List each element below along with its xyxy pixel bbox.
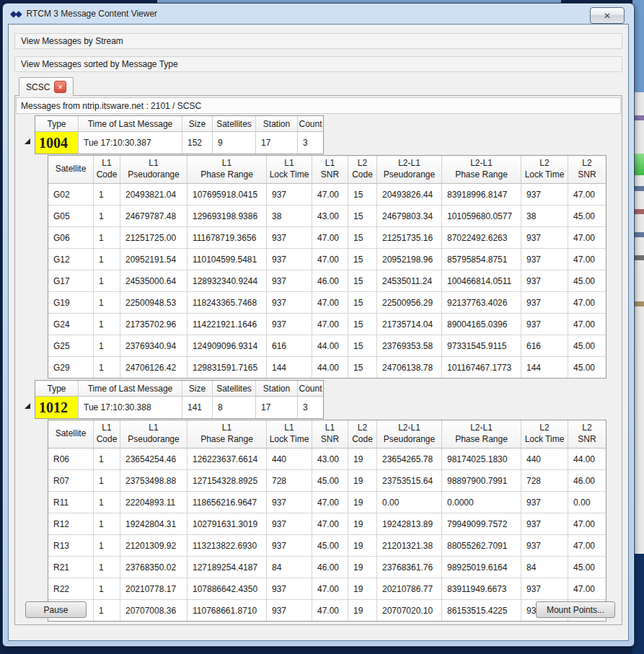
detail-column-header[interactable]: L2-L1 Pseudorange (377, 156, 442, 184)
summary-column-header[interactable]: Satellites (213, 116, 256, 132)
satellite-id-cell: R07 (48, 470, 94, 492)
view-by-stream-bar[interactable]: View Messages by Stream (14, 33, 622, 49)
value-cell: 1 (94, 314, 120, 335)
detail-column-header[interactable]: L1 Phase Range (188, 420, 267, 448)
summary-column-header[interactable]: Time of Last Message (79, 381, 182, 397)
pause-button[interactable]: Pause (25, 601, 87, 618)
detail-column-header[interactable]: L1 Code (94, 420, 120, 448)
value-cell: 44.00 (312, 357, 348, 378)
value-cell: 21735714.04 (377, 314, 442, 335)
satellite-id-cell: G24 (48, 314, 94, 335)
value-cell: 15 (348, 270, 377, 292)
summary-column-header[interactable]: Count (298, 381, 323, 397)
satellite-row[interactable]: G06121251725.00111678719.365693747.00152… (48, 227, 606, 249)
summary-column-header[interactable]: Time of Last Message (79, 116, 182, 132)
detail-column-header[interactable]: L1 Lock Time (267, 420, 312, 448)
summary-column-header[interactable]: Size (182, 116, 213, 132)
satellite-table: SatelliteL1 CodeL1 PseudorangeL1 Phase R… (48, 420, 606, 622)
satellite-row[interactable]: G19122500948.53118243365.746893747.00152… (48, 292, 606, 314)
detail-column-header[interactable]: L2-L1 Phase Range (442, 156, 521, 184)
rtcm-viewer-window: ◆◆ RTCM 3 Message Content Viewer ✕ View … (2, 3, 635, 647)
tab-close-icon[interactable]: ✕ (54, 81, 66, 93)
detail-column-header[interactable]: L1 Code (94, 156, 120, 184)
tab-scsc[interactable]: SCSC ✕ (19, 77, 74, 96)
detail-column-header[interactable]: L1 SNR (312, 156, 348, 184)
value-cell: 144 (267, 357, 312, 378)
value-cell: 15 (348, 184, 377, 206)
value-cell: 937 (521, 270, 568, 292)
satellite-row[interactable]: R12119242804.31102791631.301993747.00191… (48, 513, 606, 535)
satellite-row[interactable]: R06123654254.46126223637.661444043.00192… (48, 448, 606, 470)
value-cell: 937 (521, 227, 568, 249)
summary-column-header[interactable]: Count (298, 116, 323, 132)
satellite-row[interactable]: G05124679787.48129693198.93863843.001524… (48, 206, 606, 227)
detail-column-header[interactable]: L2-L1 Phase Range (442, 420, 521, 448)
detail-column-header[interactable]: L2 SNR (568, 420, 606, 448)
value-cell: 15 (348, 292, 377, 314)
value-cell: 22500948.53 (120, 292, 188, 314)
value-cell: 118243365.7468 (188, 292, 267, 314)
satellite-row[interactable]: R22120210778.17107886642.435093747.00192… (48, 578, 606, 600)
value-cell: 45.00 (312, 535, 348, 557)
summary-column-header[interactable]: Station (256, 116, 298, 132)
detail-column-header[interactable]: L1 SNR (312, 420, 348, 448)
value-cell: 47.00 (312, 184, 348, 206)
expander-icon[interactable] (25, 138, 30, 144)
value-cell: 21201321.38 (377, 535, 442, 557)
value-cell: 47.00 (312, 249, 348, 270)
satellite-row[interactable]: G12120952191.54110104599.548193747.00152… (48, 249, 606, 270)
summary-column-header[interactable]: Size (182, 381, 213, 397)
value-cell: 616 (521, 335, 568, 357)
summary-time: Tue 17:10:30.387 (79, 132, 182, 154)
value-cell: 937 (267, 314, 312, 335)
satellite-row[interactable]: R21123768350.02127189254.41878446.001923… (48, 557, 606, 578)
detail-column-header[interactable]: Satellite (48, 156, 94, 184)
value-cell: 84 (267, 557, 312, 578)
value-cell: 127189254.4187 (188, 557, 267, 578)
satellite-row[interactable]: R13121201309.92113213822.693093745.00192… (48, 535, 606, 557)
window-close-button[interactable]: ✕ (590, 7, 625, 24)
summary-column-header[interactable]: Type (35, 116, 79, 132)
satellite-id-cell: G17 (48, 270, 94, 292)
satellite-row[interactable]: G29124706126.42129831591.716514444.00152… (48, 357, 606, 378)
summary-column-header[interactable]: Satellites (213, 381, 256, 397)
detail-column-header[interactable]: L2 Code (348, 156, 377, 184)
expander-icon[interactable] (25, 403, 30, 409)
summary-type: 1004 (35, 132, 79, 154)
value-cell: 47.00 (312, 492, 348, 513)
value-cell: 15 (348, 206, 377, 227)
satellite-row[interactable]: R23120707008.36110768661.871093747.00192… (48, 600, 606, 621)
detail-column-header[interactable]: Satellite (48, 420, 94, 448)
summary-satellites: 8 (213, 397, 256, 418)
satellite-row[interactable]: R07123753498.88127154328.892572845.00192… (48, 470, 606, 492)
value-cell: 937 (267, 227, 312, 249)
satellite-row[interactable]: G02120493821.04107695918.041593747.00152… (48, 184, 606, 206)
value-cell: 440 (521, 448, 568, 470)
value-cell: 111678719.3656 (188, 227, 267, 249)
value-cell: 101059680.0577 (442, 206, 521, 227)
detail-column-header[interactable]: L1 Lock Time (267, 156, 312, 184)
satellite-row[interactable]: G17124535000.64128932340.924493746.00152… (48, 270, 606, 292)
satellite-row[interactable]: G24121735702.96114221921.164693747.00152… (48, 314, 606, 335)
detail-column-header[interactable]: L2 Lock Time (521, 156, 568, 184)
detail-column-header[interactable]: L1 Pseudorange (120, 420, 188, 448)
detail-column-header[interactable]: L2 Code (348, 420, 377, 448)
detail-column-header[interactable]: L1 Pseudorange (120, 156, 188, 184)
summary-column-header[interactable]: Station (256, 381, 298, 397)
satellite-id-cell: G19 (48, 292, 94, 314)
satellite-id-cell: G02 (48, 184, 94, 206)
value-cell: 937 (521, 578, 568, 600)
satellite-row[interactable]: R11122204893.11118656216.964793747.00190… (48, 492, 606, 513)
messages-container: TypeTime of Last MessageSizeSatellitesSt… (15, 115, 622, 622)
detail-column-header[interactable]: L2 SNR (568, 156, 606, 184)
detail-column-header[interactable]: L1 Phase Range (188, 156, 267, 184)
detail-column-header[interactable]: L2-L1 Pseudorange (377, 420, 442, 448)
detail-column-header[interactable]: L2 Lock Time (521, 420, 568, 448)
satellite-row[interactable]: G25123769340.94124909096.931461644.00152… (48, 335, 606, 357)
mount-points-button[interactable]: Mount Points... (536, 601, 615, 618)
view-by-message-type-bar[interactable]: View Messages sorted by Message Type (14, 56, 622, 72)
summary-column-header[interactable]: Type (35, 381, 79, 397)
titlebar[interactable]: ◆◆ RTCM 3 Message Content Viewer ✕ (3, 4, 634, 23)
value-cell: 43.00 (312, 206, 348, 227)
value-cell: 1 (94, 600, 120, 621)
